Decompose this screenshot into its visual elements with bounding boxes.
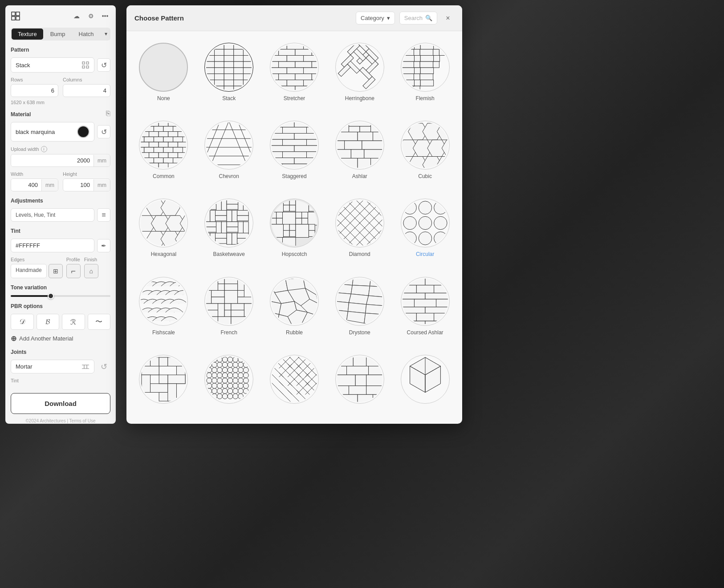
add-material-btn[interactable]: ⊕ Add Another Material <box>11 334 110 343</box>
upload-width-input[interactable]: 2000 <box>11 154 94 166</box>
pattern-herringbone[interactable]: Herringbone <box>327 36 392 114</box>
svg-rect-159 <box>168 153 178 158</box>
info-icon[interactable]: i <box>41 146 47 152</box>
pattern-rubble[interactable]: Rubble <box>262 270 327 348</box>
svg-rect-76 <box>295 86 312 91</box>
svg-point-468 <box>244 378 249 383</box>
pattern-hopscotch-label: Hopscotch <box>282 251 307 257</box>
pattern-fishscale[interactable]: Fishscale <box>131 270 196 348</box>
pattern-common[interactable]: Common <box>131 114 196 191</box>
svg-rect-361 <box>231 310 244 316</box>
material-color-swatch[interactable] <box>77 126 89 138</box>
svg-rect-277 <box>237 233 249 239</box>
svg-point-470 <box>212 383 217 389</box>
svg-rect-538 <box>368 366 383 375</box>
svg-rect-213 <box>336 132 358 141</box>
width-input[interactable] <box>11 179 41 191</box>
edges-icon-btn[interactable]: ⊞ <box>49 264 63 278</box>
svg-point-77 <box>337 45 382 90</box>
pattern-stack[interactable]: Stack <box>196 36 262 114</box>
pattern-hopscotch[interactable]: Hopscotch <box>262 191 327 269</box>
rows-input[interactable]: 6 <box>11 84 58 97</box>
adj-input[interactable]: Levels, Hue, Tint <box>11 208 94 222</box>
category-dropdown[interactable]: Category ▾ <box>356 12 395 24</box>
refresh-material-button[interactable]: ↺ <box>97 125 110 138</box>
joints-extra-icon[interactable]: ↺ <box>97 360 110 373</box>
svg-rect-129 <box>178 121 188 126</box>
cols-input[interactable]: 4 <box>63 84 110 97</box>
pattern-misc2[interactable] <box>196 348 262 419</box>
tab-hatch[interactable]: Hatch <box>73 28 100 40</box>
profile-btn[interactable]: ⌐ <box>66 264 81 278</box>
download-button[interactable]: Download <box>11 393 110 414</box>
pbr-r-btn[interactable]: ℛ <box>62 314 85 330</box>
pattern-input[interactable]: Stack <box>11 57 94 73</box>
svg-rect-282 <box>289 199 296 205</box>
pattern-basketweave[interactable]: Basketweave <box>196 191 262 269</box>
pbr-d-btn[interactable]: 𝒟 <box>11 314 34 330</box>
svg-rect-263 <box>205 222 216 227</box>
svg-rect-151 <box>139 147 144 153</box>
svg-rect-285 <box>296 199 309 212</box>
svg-rect-189 <box>294 121 318 127</box>
edges-value[interactable]: Handmade <box>11 264 47 278</box>
pattern-stretcher-label: Stretcher <box>284 95 305 101</box>
pattern-misc5-circle <box>401 355 450 404</box>
pbr-wave-btn[interactable]: 〜 <box>88 314 111 330</box>
svg-point-331 <box>403 201 416 214</box>
joints-input[interactable]: Mortar <box>11 360 94 373</box>
pattern-circular[interactable]: Circular <box>392 191 458 269</box>
tab-texture[interactable]: Texture <box>12 28 43 40</box>
tint-input[interactable]: #FFFFFF <box>11 239 94 252</box>
close-button[interactable]: × <box>442 12 454 24</box>
pattern-hexagonal[interactable]: Hexagonal <box>131 191 196 269</box>
pattern-misc3[interactable] <box>262 348 327 419</box>
tab-bump[interactable]: Bump <box>44 28 72 40</box>
adj-settings-icon[interactable]: ≡ <box>97 208 110 222</box>
pattern-misc1[interactable] <box>131 348 196 419</box>
more-icon[interactable]: ••• <box>100 11 110 21</box>
tab-more[interactable]: ▾ <box>101 28 111 40</box>
pattern-french[interactable]: French <box>196 270 262 348</box>
svg-rect-252 <box>227 204 238 210</box>
pattern-ashlar[interactable]: Ashlar <box>327 114 392 191</box>
material-input[interactable]: black marquina <box>11 122 94 142</box>
svg-rect-348 <box>205 290 212 303</box>
pattern-stretcher[interactable]: Stretcher <box>262 36 327 114</box>
svg-point-436 <box>244 357 249 362</box>
svg-marker-388 <box>336 292 351 303</box>
width-item: Width mm <box>11 171 58 191</box>
pattern-flemish-label: Flemish <box>416 95 435 101</box>
svg-rect-266 <box>221 222 227 233</box>
tone-slider[interactable] <box>11 295 110 297</box>
finish-btn[interactable]: ⌂ <box>84 264 98 278</box>
pattern-diamond[interactable]: Diamond <box>327 191 392 269</box>
pattern-misc5[interactable] <box>392 348 458 419</box>
settings-icon[interactable]: ⚙ <box>85 11 96 21</box>
svg-rect-160 <box>178 153 188 158</box>
pbr-b-btn[interactable]: 𝓑 <box>37 314 60 330</box>
pattern-coursed-ashlar[interactable]: Coursed Ashlar <box>392 270 458 348</box>
pattern-drystone[interactable]: Drystone <box>327 270 392 348</box>
pattern-flemish[interactable]: Flemish <box>392 36 458 114</box>
pattern-cubic[interactable]: Cubic <box>392 114 458 191</box>
cloud-icon[interactable]: ☁ <box>71 11 82 21</box>
pattern-stack-label: Stack <box>222 95 236 101</box>
svg-rect-257 <box>216 211 227 216</box>
svg-rect-404 <box>425 293 449 299</box>
svg-rect-7 <box>86 66 89 68</box>
pattern-none[interactable]: None <box>131 36 196 114</box>
svg-rect-247 <box>205 199 216 204</box>
material-copy-icon[interactable]: ⎘ <box>106 109 110 118</box>
height-input[interactable] <box>63 179 94 191</box>
pattern-misc4[interactable] <box>327 348 392 419</box>
pattern-chevron[interactable]: Chevron <box>196 114 262 191</box>
edges-section: Edges Handmade ⊞ Profile ⌐ Finish ⌂ <box>11 257 110 278</box>
pattern-staggered[interactable]: Staggered <box>262 114 327 191</box>
eyedropper-button[interactable]: ✒ <box>97 239 110 252</box>
pattern-misc4-circle <box>335 355 384 404</box>
refresh-pattern-button[interactable]: ↺ <box>97 58 110 72</box>
search-icon[interactable]: 🔍 <box>425 15 432 21</box>
svg-marker-393 <box>366 304 384 314</box>
svg-rect-545 <box>336 394 358 403</box>
